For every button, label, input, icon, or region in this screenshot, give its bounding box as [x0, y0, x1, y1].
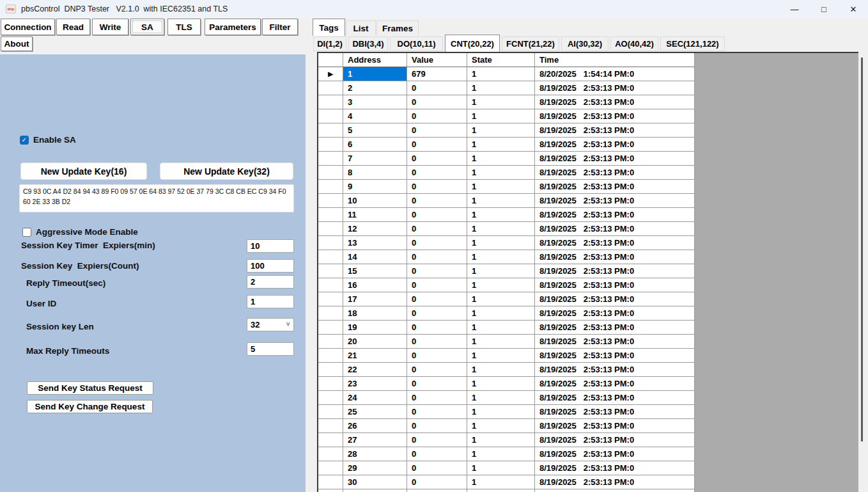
grid-row-header[interactable] — [318, 363, 343, 377]
view-tab-frames[interactable]: Frames — [376, 20, 419, 35]
grid-cell-value[interactable]: 0 — [407, 461, 467, 475]
grid-cell-address[interactable]: 8 — [343, 166, 407, 180]
grid-row-header[interactable] — [318, 306, 343, 321]
grid-cell-address[interactable]: 19 — [343, 321, 407, 335]
table-row[interactable]: 14018/19/2025 2:53:13 PM:0 — [318, 250, 695, 264]
grid-cell-time[interactable]: 8/19/2025 2:53:13 PM:0 — [535, 250, 695, 264]
table-row[interactable]: 4018/19/2025 2:53:13 PM:0 — [318, 109, 695, 123]
grid-cell-state[interactable]: 1 — [467, 405, 535, 419]
grid-cell-address[interactable]: 26 — [343, 419, 407, 433]
grid-cell-address[interactable]: 4 — [343, 109, 407, 123]
grid-cell-state[interactable]: 1 — [467, 67, 535, 81]
grid-cell-value[interactable]: 0 — [407, 349, 467, 363]
grid-cell-state[interactable]: 1 — [467, 292, 535, 306]
grid-cell-state[interactable]: 1 — [467, 391, 535, 405]
grid-row-header[interactable] — [318, 278, 343, 292]
table-row[interactable]: 9018/19/2025 2:53:13 PM:0 — [318, 180, 695, 194]
group-tab-do-10-11[interactable]: DO(10,11) — [390, 36, 443, 51]
grid-cell-state[interactable]: 1 — [467, 433, 535, 447]
grid-cell-value[interactable]: 0 — [407, 222, 467, 236]
grid-cell-value[interactable]: 0 — [407, 264, 467, 278]
grid-cell-state[interactable]: 1 — [467, 236, 535, 250]
aggressive-mode-checkbox[interactable]: ✓ Aggressive Mode Enable — [22, 227, 138, 237]
grid-cell-address[interactable]: 24 — [343, 391, 407, 405]
grid-column-header-state[interactable]: State — [467, 53, 535, 67]
table-row[interactable]: 15018/19/2025 2:53:13 PM:0 — [318, 264, 695, 278]
grid-row-header[interactable] — [318, 321, 343, 335]
max-reply-timeouts-input[interactable]: 5 — [247, 342, 294, 356]
grid-row-header[interactable] — [318, 95, 343, 109]
tab-filter[interactable]: Filter — [262, 19, 298, 35]
grid-row-header[interactable] — [318, 292, 343, 306]
grid-row-header[interactable] — [318, 180, 343, 194]
grid-cell-value[interactable]: 0 — [407, 377, 467, 391]
grid-cell-value[interactable]: 0 — [407, 123, 467, 138]
grid-cell-address[interactable]: 23 — [343, 377, 407, 391]
grid-cell-state[interactable]: 1 — [467, 123, 535, 138]
group-tab-di-1-2[interactable]: DI(1,2) — [313, 36, 346, 51]
group-tab-ai-30-32[interactable]: AI(30,32) — [561, 36, 608, 51]
table-row[interactable]: 19018/19/2025 2:53:13 PM:0 — [318, 321, 695, 335]
grid-row-header[interactable] — [318, 250, 343, 264]
send-key-change-request-button[interactable]: Send Key Change Request — [27, 400, 153, 413]
table-row[interactable]: 23018/19/2025 2:53:13 PM:0 — [318, 377, 695, 391]
grid-row-header[interactable] — [318, 377, 343, 391]
table-row[interactable]: 21018/19/2025 2:53:13 PM:0 — [318, 349, 695, 363]
grid-cell-time[interactable]: 8/19/2025 2:53:13 PM:0 — [535, 180, 695, 194]
grid-row-header[interactable] — [318, 208, 343, 222]
tab-tls[interactable]: TLS — [167, 19, 201, 35]
grid-cell-time[interactable]: 8/19/2025 2:53:13 PM:0 — [535, 419, 695, 433]
grid-cell-time[interactable]: 8/19/2025 2:53:13 PM:0 — [535, 377, 695, 391]
grid-cell-address[interactable]: 22 — [343, 363, 407, 377]
tab-write[interactable]: Write — [92, 19, 128, 35]
grid-cell-value[interactable]: 0 — [407, 475, 467, 489]
grid-row-header[interactable] — [318, 123, 343, 138]
view-tab-tags[interactable]: Tags — [313, 19, 345, 36]
grid-cell-state[interactable]: 1 — [467, 138, 535, 152]
grid-cell-state[interactable]: 1 — [467, 264, 535, 278]
grid-cell-time[interactable]: 8/19/2025 2:53:13 PM:0 — [535, 81, 695, 95]
grid-cell-time[interactable]: 8/19/2025 2:53:13 PM:0 — [535, 335, 695, 349]
grid-cell-state[interactable]: 1 — [467, 180, 535, 194]
table-row[interactable]: 17018/19/2025 2:53:13 PM:0 — [318, 292, 695, 306]
grid-cell-address[interactable]: 2 — [343, 81, 407, 95]
enable-sa-checkbox[interactable]: ✓ Enable SA — [20, 135, 76, 145]
grid-row-header[interactable]: ▶ — [318, 67, 343, 81]
grid-cell-value[interactable]: 0 — [407, 433, 467, 447]
grid-cell-time[interactable]: 8/19/2025 2:53:13 PM:0 — [535, 306, 695, 321]
group-tab-cnt-20-22[interactable]: CNT(20,22) — [445, 35, 500, 52]
table-row[interactable]: 27018/19/2025 2:53:13 PM:0 — [318, 433, 695, 447]
grid-cell-value[interactable]: 0 — [407, 81, 467, 95]
grid-cell-address[interactable]: 12 — [343, 222, 407, 236]
table-row[interactable]: 30018/19/2025 2:53:13 PM:0 — [318, 475, 695, 489]
grid-cell-value[interactable]: 0 — [407, 391, 467, 405]
grid-row-header[interactable] — [318, 166, 343, 180]
grid-cell-time[interactable]: 8/19/2025 2:53:13 PM:0 — [535, 391, 695, 405]
grid-row-header[interactable] — [318, 475, 343, 489]
grid-cell-value[interactable]: 0 — [407, 152, 467, 166]
table-row[interactable]: 2018/19/2025 2:53:13 PM:0 — [318, 81, 695, 95]
grid-cell-time[interactable]: 8/19/2025 2:53:13 PM:0 — [535, 363, 695, 377]
grid-cell-state[interactable]: 1 — [467, 363, 535, 377]
grid-cell-address[interactable]: 11 — [343, 208, 407, 222]
grid-cell-state[interactable]: 1 — [467, 377, 535, 391]
grid-row-header[interactable] — [318, 405, 343, 419]
table-row[interactable]: 28018/19/2025 2:53:13 PM:0 — [318, 447, 695, 461]
table-row[interactable]: 20018/19/2025 2:53:13 PM:0 — [318, 335, 695, 349]
session-key-expiers-count-input[interactable]: 100 — [247, 259, 294, 273]
vertical-scrollbar-thumb[interactable] — [861, 58, 863, 441]
grid-cell-value[interactable]: 0 — [407, 250, 467, 264]
grid-cell-state[interactable]: 1 — [467, 278, 535, 292]
grid-cell-value[interactable]: 0 — [407, 208, 467, 222]
session-key-len-select[interactable]: 32˅ — [247, 318, 294, 331]
group-tab-fcnt-21-22[interactable]: FCNT(21,22) — [502, 36, 559, 51]
grid-cell-time[interactable]: 8/19/2025 2:53:13 PM:0 — [535, 95, 695, 109]
table-row[interactable]: 12018/19/2025 2:53:13 PM:0 — [318, 222, 695, 236]
grid-cell-time[interactable]: 8/19/2025 2:53:13 PM:0 — [535, 433, 695, 447]
grid-cell-time[interactable]: 8/19/2025 2:53:13 PM:0 — [535, 321, 695, 335]
grid-row-header[interactable] — [318, 349, 343, 363]
new-update-key16-button[interactable]: New Update Key(16) — [20, 163, 147, 180]
table-row[interactable]: 6018/19/2025 2:53:13 PM:0 — [318, 138, 695, 152]
grid-cell-value[interactable]: 0 — [407, 335, 467, 349]
tab-about[interactable]: About — [1, 36, 33, 51]
